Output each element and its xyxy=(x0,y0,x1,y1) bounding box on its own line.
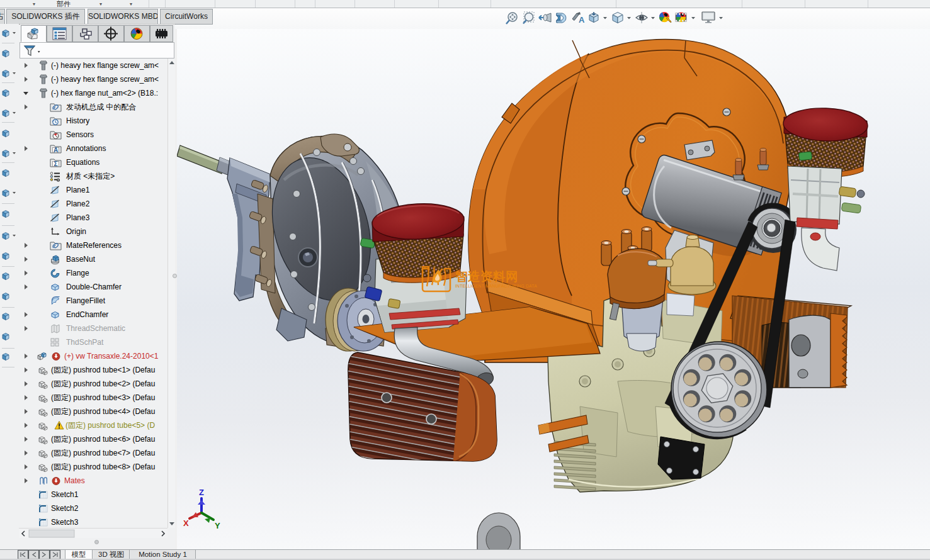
svg-text:INTELLIGENT MANUFACTURING DATA: INTELLIGENT MANUFACTURING DATA xyxy=(455,284,537,288)
svg-text:A: A xyxy=(54,147,58,154)
svg-text:Z: Z xyxy=(199,488,204,497)
svg-text:Σ: Σ xyxy=(54,160,57,167)
svg-text:智造资料网: 智造资料网 xyxy=(455,269,518,283)
svg-text:Y: Y xyxy=(215,521,220,530)
svg-text:A: A xyxy=(579,15,585,25)
svg-text:X: X xyxy=(183,518,189,528)
